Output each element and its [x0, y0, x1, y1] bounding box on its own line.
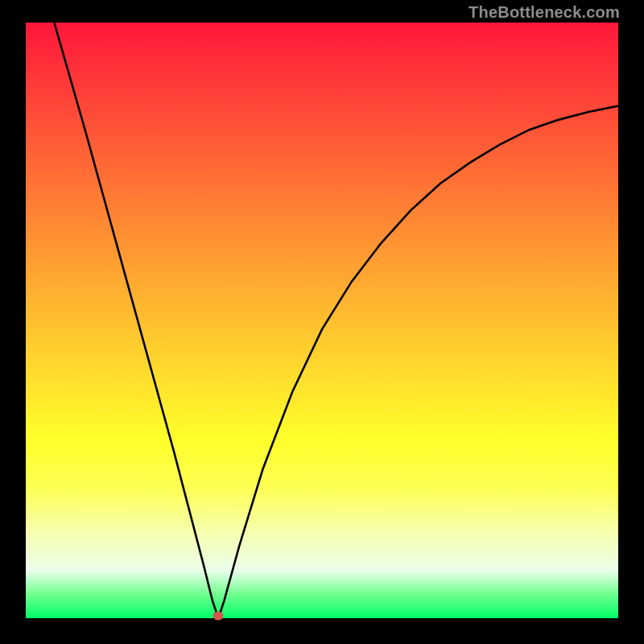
bottleneck-curve	[26, 23, 618, 618]
minimum-marker	[213, 612, 224, 621]
curve-right-branch	[218, 106, 618, 618]
plot-area	[26, 23, 618, 618]
chart-frame: TheBottleneck.com	[0, 0, 644, 644]
curve-left-branch	[54, 23, 218, 618]
watermark-text: TheBottleneck.com	[469, 3, 620, 22]
